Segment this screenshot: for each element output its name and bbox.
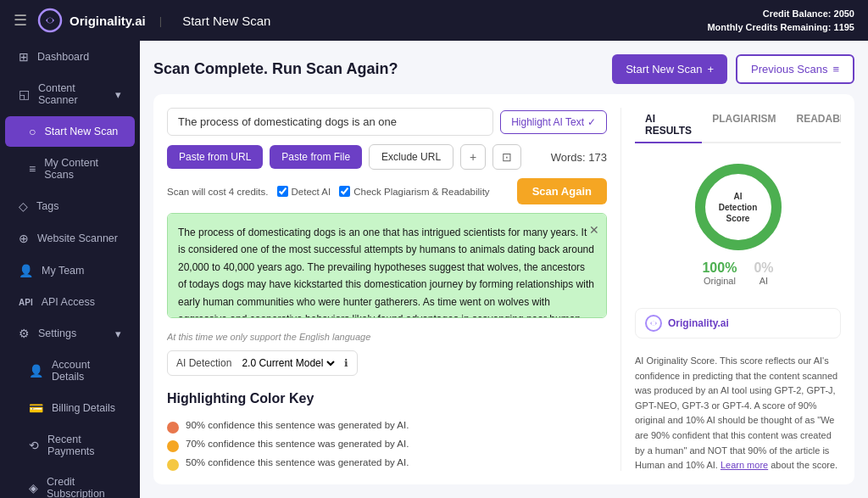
badge-text: Originality.ai bbox=[668, 317, 729, 329]
header-buttons: Start New Scan + Previous Scans ≡ bbox=[612, 54, 854, 84]
ai-label: AI bbox=[754, 276, 773, 286]
sidebar-item-dashboard[interactable]: ⊞ Dashboard bbox=[5, 42, 135, 72]
logo-text: Originality.ai bbox=[70, 14, 146, 28]
tag-icon: ◇ bbox=[19, 199, 28, 213]
scan-right-panel: AI RESULTS PLAGIARISM READABILITY bbox=[620, 108, 841, 471]
sidebar-item-label: Recent Payments bbox=[47, 434, 121, 457]
monthly-credits-label: Monthly Credits Remaining: bbox=[707, 22, 831, 32]
api-icon: API bbox=[19, 298, 33, 307]
sidebar-item-billing-details[interactable]: 💳 Billing Details bbox=[5, 393, 135, 423]
scan-area: Highlight AI Text ✓ Paste from URL Paste… bbox=[153, 94, 854, 484]
score-area: AI Detection Score 100% Original 0% AI bbox=[635, 152, 841, 294]
start-new-scan-button[interactable]: Start New Scan + bbox=[612, 54, 727, 84]
sidebar-item-recent-payments[interactable]: ⟲ Recent Payments bbox=[5, 425, 135, 466]
sidebar-item-website-scanner[interactable]: ⊕ Website Scanner bbox=[5, 223, 135, 254]
ai-detection-row: AI Detection 2.0 Current Model ℹ bbox=[167, 350, 358, 376]
previous-scans-button[interactable]: Previous Scans ≡ bbox=[736, 54, 854, 84]
learn-more-link[interactable]: Learn more bbox=[721, 460, 768, 470]
sidebar-item-label: Credit Subscription bbox=[47, 476, 121, 498]
score-labels: 100% Original 0% AI bbox=[702, 260, 773, 286]
original-score: 100% Original bbox=[702, 260, 737, 286]
credit-balance-label: Credit Balance: bbox=[763, 8, 832, 19]
score-circle: AI Detection Score bbox=[692, 160, 785, 254]
sidebar-item-tags[interactable]: ◇ Tags bbox=[5, 191, 135, 221]
scanner-icon: ◱ bbox=[19, 87, 30, 101]
plus-icon: + bbox=[707, 63, 714, 76]
ai-detection-model-select[interactable]: 2.0 Current Model bbox=[238, 356, 337, 370]
sidebar-item-label: My Team bbox=[42, 265, 84, 277]
logo: Originality.ai bbox=[37, 8, 146, 33]
scan-text-input[interactable] bbox=[167, 108, 493, 136]
copy-icon-button[interactable]: ⊡ bbox=[492, 144, 521, 170]
topbar-page-title: Start New Scan bbox=[182, 14, 270, 28]
color-key-item: 50% confidence this sentence was generat… bbox=[167, 457, 607, 471]
highlight-ai-text-button[interactable]: Highlight AI Text ✓ bbox=[500, 110, 607, 134]
website-icon: ⊕ bbox=[19, 232, 29, 245]
dashboard-icon: ⊞ bbox=[19, 50, 29, 64]
color-key-label: 50% confidence this sentence was generat… bbox=[186, 457, 409, 467]
close-icon[interactable]: ✕ bbox=[589, 221, 599, 241]
plagiarism-checkbox-label[interactable]: Check Plagiarism & Readability bbox=[339, 186, 489, 197]
tab-readability[interactable]: READABILITY bbox=[786, 108, 841, 143]
action-row: Paste from URL Paste from File Exclude U… bbox=[167, 144, 607, 170]
sidebar-item-api-access[interactable]: API API Access bbox=[5, 288, 135, 316]
account-icon: 👤 bbox=[29, 364, 43, 378]
sidebar-item-credit-subscription[interactable]: ◈ Credit Subscription bbox=[5, 467, 135, 498]
credit-balance-value: 2050 bbox=[834, 8, 854, 19]
color-key-label: 70% confidence this sentence was generat… bbox=[186, 439, 409, 449]
tab-plagiarism[interactable]: PLAGIARISM bbox=[702, 108, 786, 143]
detect-ai-checkbox-label[interactable]: Detect AI bbox=[277, 186, 331, 197]
sidebar-item-settings[interactable]: ⚙ Settings ▾ bbox=[5, 318, 135, 349]
results-tabs: AI RESULTS PLAGIARISM READABILITY bbox=[635, 108, 841, 143]
chevron-down-icon: ▾ bbox=[115, 88, 121, 101]
credit-info: Credit Balance: 2050 Monthly Credits Rem… bbox=[707, 7, 854, 35]
menu-icon[interactable]: ☰ bbox=[14, 11, 27, 30]
ai-detection-label: AI Detection bbox=[176, 357, 231, 369]
sidebar-item-account-details[interactable]: 👤 Account Details bbox=[5, 350, 135, 391]
sidebar-item-start-new-scan[interactable]: ○ Start New Scan bbox=[5, 116, 135, 147]
sidebar-item-label: Settings bbox=[38, 327, 76, 339]
badge-logo-icon bbox=[644, 314, 663, 333]
sidebar-item-label: API Access bbox=[42, 296, 95, 308]
color-dot bbox=[167, 459, 179, 471]
paste-from-file-button[interactable]: Paste from File bbox=[270, 145, 362, 169]
original-label: Original bbox=[702, 276, 737, 286]
billing-icon: 💳 bbox=[29, 401, 43, 415]
sidebar-item-label: Billing Details bbox=[52, 402, 115, 414]
monthly-credits-value: 1195 bbox=[834, 22, 854, 32]
plagiarism-checkbox[interactable] bbox=[339, 186, 350, 197]
color-key-label: 90% confidence this sentence was generat… bbox=[186, 420, 409, 430]
paste-from-url-button[interactable]: Paste from URL bbox=[167, 145, 263, 169]
color-key-title: Highlighting Color Key bbox=[167, 391, 607, 406]
sidebar-item-content-scanner[interactable]: ◱ Content Scanner ▾ bbox=[5, 74, 135, 115]
sidebar-item-my-team[interactable]: 👤 My Team bbox=[5, 255, 135, 286]
add-icon-button[interactable]: + bbox=[460, 144, 486, 170]
scan-left-panel: Highlight AI Text ✓ Paste from URL Paste… bbox=[167, 108, 607, 471]
color-key-item: 70% confidence this sentence was generat… bbox=[167, 439, 607, 452]
input-row: Highlight AI Text ✓ bbox=[167, 108, 607, 136]
original-pct: 100% bbox=[702, 260, 737, 276]
payments-icon: ⟲ bbox=[29, 439, 39, 452]
text-content-area: ✕ The process of domesticating dogs is a… bbox=[167, 213, 607, 318]
team-icon: 👤 bbox=[19, 264, 33, 277]
scan-again-button[interactable]: Scan Again bbox=[517, 178, 607, 204]
score-description: AI Originality Score. This score reflect… bbox=[635, 354, 841, 471]
subscription-icon: ◈ bbox=[29, 481, 38, 495]
credits-note: Scan will cost 4 credits. bbox=[167, 187, 269, 197]
color-key-list: 90% confidence this sentence was generat… bbox=[167, 415, 607, 471]
tab-ai-results[interactable]: AI RESULTS bbox=[635, 108, 702, 143]
scan-icon: ○ bbox=[29, 125, 36, 138]
ai-score: 0% AI bbox=[754, 260, 773, 286]
sidebar-item-label: Account Details bbox=[52, 359, 121, 383]
words-count: Words: 173 bbox=[551, 151, 607, 164]
detect-ai-checkbox[interactable] bbox=[277, 186, 288, 197]
ai-pct: 0% bbox=[754, 260, 773, 276]
sidebar-item-label: Start New Scan bbox=[44, 126, 118, 137]
color-dot bbox=[167, 440, 179, 452]
originality-badge: Originality.ai bbox=[635, 308, 841, 339]
menu-lines-icon: ≡ bbox=[832, 63, 839, 76]
exclude-url-button[interactable]: Exclude URL bbox=[369, 144, 453, 170]
sidebar-item-my-content-scans[interactable]: ≡ My Content Scans bbox=[5, 148, 135, 189]
svg-point-1 bbox=[47, 18, 53, 23]
sidebar-item-label: Content Scanner bbox=[38, 82, 107, 106]
